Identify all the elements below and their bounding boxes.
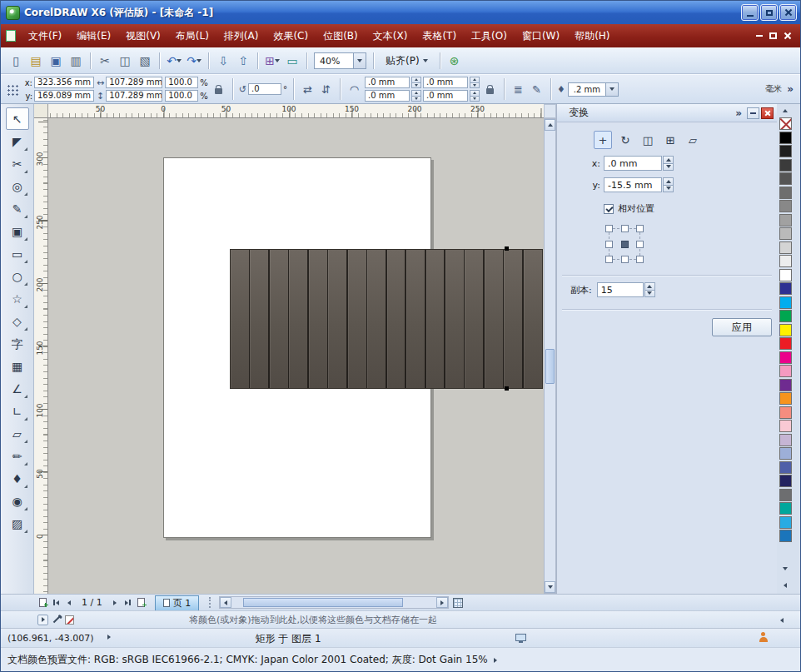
add-page-after-button[interactable] (135, 596, 148, 610)
palette-swatch-red[interactable] (779, 337, 792, 350)
palette-swatch-70-black[interactable] (779, 172, 792, 185)
copies-field[interactable]: 15 (597, 282, 644, 297)
add-page-button[interactable] (36, 596, 49, 610)
menu-effects[interactable]: 效果(C) (266, 27, 316, 45)
scroll-left-button[interactable] (220, 597, 231, 608)
application-launcher-button[interactable]: ⊞ (262, 51, 282, 71)
palette-swatch-white[interactable] (779, 269, 792, 281)
polygon-tool[interactable]: ☆ (6, 287, 29, 310)
outline-width-dropdown[interactable] (605, 83, 618, 96)
zoom-level-combo[interactable]: 40% (314, 52, 366, 69)
membership-icon[interactable] (758, 632, 769, 643)
basic-shapes-tool[interactable]: ◇ (6, 310, 29, 332)
corner-radius-spinner[interactable] (411, 77, 421, 88)
smart-fill-tool[interactable]: ▣ (6, 220, 29, 242)
minimize-button[interactable] (741, 4, 759, 21)
freehand-tool[interactable]: ✎ (6, 197, 29, 220)
transform-x-spinner[interactable] (663, 156, 674, 171)
palette-swatch-pink[interactable] (779, 365, 792, 377)
scrollbar-corner-button[interactable] (544, 104, 556, 118)
palette-swatch-blue[interactable] (779, 282, 792, 295)
document-palette-flyout-button[interactable] (776, 615, 787, 625)
palette-swatch-navy[interactable] (779, 475, 792, 487)
color-profile-flyout-button[interactable] (494, 658, 497, 663)
scroll-up-button[interactable] (545, 119, 555, 131)
palette-swatch-80-black[interactable] (779, 159, 792, 172)
palette-scroll-up-button[interactable] (779, 106, 791, 116)
object-y-field[interactable]: 169.089 mm (34, 90, 94, 102)
open-button[interactable]: ▤ (26, 51, 46, 71)
object-height-field[interactable]: 107.289 mm (106, 90, 162, 102)
horizontal-scrollbar[interactable] (219, 596, 449, 609)
doc-restore-icon[interactable] (769, 32, 777, 39)
palette-swatch-teal[interactable] (779, 502, 792, 515)
ruler-origin-button[interactable] (34, 104, 48, 118)
anchor-top-left[interactable] (605, 225, 613, 232)
copies-spinner[interactable] (644, 282, 655, 297)
outline-width-combo[interactable]: .2 mm (568, 82, 619, 97)
tab-splitter-handle[interactable] (209, 597, 212, 608)
connector-tool[interactable]: ∟ (6, 400, 29, 422)
menu-help[interactable]: 帮助(H) (567, 27, 617, 45)
snap-to-button[interactable]: 贴齐(P) (380, 52, 434, 70)
save-button[interactable]: ▣ (46, 51, 66, 71)
next-page-button[interactable] (108, 596, 122, 610)
options-button[interactable]: ⊛ (445, 51, 465, 71)
export-button[interactable]: ⇧ (233, 51, 253, 71)
menu-table[interactable]: 表格(T) (415, 27, 464, 45)
menu-text[interactable]: 文本(X) (366, 27, 415, 45)
corner-radius-field[interactable]: .0 mm (423, 77, 468, 88)
restore-button[interactable] (760, 4, 778, 21)
vertical-scrollbar[interactable] (544, 118, 556, 594)
docker-close-button[interactable] (761, 107, 774, 119)
convert-to-curves-button[interactable]: ✎ (529, 82, 545, 97)
new-document-button[interactable]: ▯ (6, 51, 26, 71)
palette-scroll-down-button[interactable] (779, 564, 791, 574)
menu-tools[interactable]: 工具(O) (464, 27, 515, 45)
anchor-left[interactable] (605, 241, 613, 248)
dimension-tool[interactable]: ∠ (6, 377, 29, 400)
palette-swatch-ocean-blue[interactable] (779, 530, 792, 542)
status-flyout-button[interactable] (107, 635, 111, 640)
last-page-button[interactable] (122, 596, 135, 610)
palette-swatch-no-color[interactable] (779, 117, 792, 130)
table-tool[interactable]: ▦ (6, 355, 29, 377)
mirror-horizontal-button[interactable]: ⇄ (300, 82, 316, 97)
anchor-right[interactable] (636, 241, 644, 248)
fill-tool[interactable]: ◉ (6, 490, 29, 512)
selection-handle-top[interactable] (505, 246, 509, 251)
import-button[interactable]: ⇩ (213, 51, 233, 71)
anchor-bottom-right[interactable] (636, 256, 644, 263)
page-tab[interactable]: 页 1 (155, 595, 200, 610)
menu-view[interactable]: 视图(V) (118, 27, 168, 45)
menu-arrange[interactable]: 排列(A) (216, 27, 266, 45)
palette-swatch-sky-blue[interactable] (779, 516, 792, 529)
print-button[interactable]: ▥ (66, 51, 86, 71)
object-width-field[interactable]: 107.289 mm (106, 77, 162, 88)
round-corner-button[interactable]: ◠ (346, 82, 362, 97)
ellipse-tool[interactable]: ○ (6, 265, 29, 287)
corner-radius-spinner[interactable] (470, 90, 480, 102)
palette-flyout-button[interactable] (779, 580, 791, 590)
palette-swatch-purple[interactable] (779, 379, 792, 391)
selection-handle-bottom[interactable] (505, 386, 509, 391)
object-x-field[interactable]: 323.356 mm (34, 77, 94, 88)
corner-radius-field[interactable]: .0 mm (423, 90, 468, 102)
menu-bitmaps[interactable]: 位图(B) (316, 27, 366, 45)
palette-swatch-magenta[interactable] (779, 351, 792, 364)
blend-tool[interactable]: ▱ (6, 422, 29, 445)
transform-y-spinner[interactable] (663, 177, 674, 192)
palette-swatch-40-black[interactable] (779, 214, 792, 226)
first-page-button[interactable] (49, 596, 62, 610)
document-palette-expand-button[interactable] (37, 615, 48, 625)
anchor-top-right[interactable] (636, 225, 644, 232)
palette-swatch-lavender[interactable] (779, 434, 792, 446)
outline-pen-tool[interactable]: ♦ (6, 467, 29, 490)
transform-skew-button[interactable]: ▱ (684, 131, 702, 149)
anchor-center[interactable] (621, 241, 629, 248)
palette-swatch-30-black[interactable] (779, 227, 792, 240)
text-tool[interactable]: 字 (6, 332, 29, 355)
palette-swatch-cyan[interactable] (779, 296, 792, 309)
scale-y-field[interactable]: 100.0 (165, 90, 198, 102)
corner-radius-field[interactable]: .0 mm (365, 77, 410, 88)
